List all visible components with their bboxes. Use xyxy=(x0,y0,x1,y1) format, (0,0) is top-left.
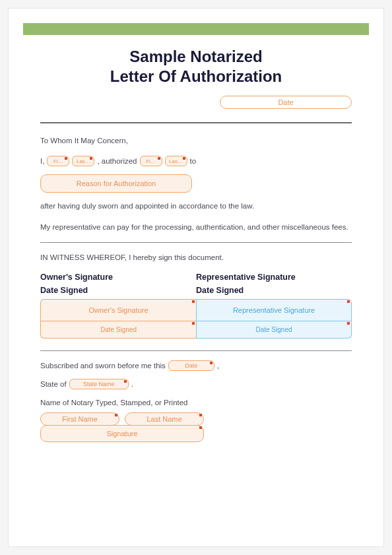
text-to: to xyxy=(190,157,197,165)
comma-1: , xyxy=(217,362,219,370)
rep-date-label: Date Signed xyxy=(255,326,292,333)
salutation: To Whom It May Concern, xyxy=(40,135,352,147)
divider-2 xyxy=(40,242,352,243)
date-row: Date xyxy=(40,96,352,109)
rep-pay-text: My representative can pay for the proces… xyxy=(40,222,352,233)
date-field[interactable]: Date xyxy=(220,96,352,109)
rep-first-name-field[interactable]: Fi… xyxy=(140,156,162,166)
owner-first-label: Fi… xyxy=(53,158,63,164)
sworn-date-field[interactable]: Date xyxy=(168,360,214,371)
owner-date-signed-field[interactable]: Date Signed xyxy=(40,321,196,339)
notary-signature-field[interactable]: Signature xyxy=(40,425,204,442)
notary-last-name-field[interactable]: Last Name xyxy=(125,412,204,426)
notary-first-label: First Name xyxy=(62,415,98,423)
subscribed-text: Subscribed and sworn before me this xyxy=(40,362,166,370)
page-title: Sample Notarized Letter Of Authorization xyxy=(40,47,352,86)
rep-last-name-field[interactable]: Las… xyxy=(165,156,187,166)
date-signed-headings: Date Signed Date Signed xyxy=(40,286,352,295)
text-i: I, xyxy=(40,157,44,165)
witness-text: IN WITNESS WHEREOF, I hereby sign this d… xyxy=(40,252,352,263)
rep-sig-label: Representative Signature xyxy=(233,306,315,314)
signature-headings: Owner's Signature Representative Signatu… xyxy=(40,273,352,282)
reason-field[interactable]: Reason for Authorization xyxy=(40,174,192,193)
rep-sig-heading: Representative Signature xyxy=(196,273,352,282)
owner-date-heading: Date Signed xyxy=(40,286,196,295)
state-of-text: State of xyxy=(40,380,67,388)
document-content: Sample Notarized Letter Of Authorization… xyxy=(9,35,383,442)
title-line-2: Letter Of Authorization xyxy=(110,67,282,85)
reason-label: Reason for Authorization xyxy=(77,180,156,187)
state-line: State of State Name . xyxy=(40,379,352,389)
sworn-date-label: Date xyxy=(185,362,197,369)
notary-name-row: First Name Last Name xyxy=(40,412,352,426)
notary-last-label: Last Name xyxy=(147,415,181,423)
title-line-1: Sample Notarized xyxy=(129,48,262,65)
notary-name-label: Name of Notary Typed, Stamped, or Printe… xyxy=(40,397,352,408)
rep-last-label: Las… xyxy=(169,158,183,164)
signature-grid: Owner's Signature Date Signed Representa… xyxy=(40,299,352,339)
date-field-label: Date xyxy=(278,98,293,106)
rep-signature-field[interactable]: Representative Signature xyxy=(196,299,352,321)
subscribed-line: Subscribed and sworn before me this Date… xyxy=(40,360,352,371)
document-page: Sample Notarized Letter Of Authorization… xyxy=(8,8,384,547)
text-authorized: , authorized xyxy=(97,157,137,165)
divider-1 xyxy=(40,122,352,123)
rep-sig-col: Representative Signature Date Signed xyxy=(196,299,352,339)
divider-3 xyxy=(40,350,352,351)
owner-sig-heading: Owner's Signature xyxy=(40,273,196,282)
owner-sig-col: Owner's Signature Date Signed xyxy=(40,299,196,339)
owner-date-label: Date Signed xyxy=(100,326,137,333)
owner-signature-field[interactable]: Owner's Signature xyxy=(40,299,196,321)
after-sworn-text: after having duly sworn and appointed in… xyxy=(40,201,352,212)
rep-date-heading: Date Signed xyxy=(196,286,352,295)
owner-sig-label: Owner's Signature xyxy=(88,306,148,314)
owner-first-name-field[interactable]: Fi… xyxy=(47,156,69,166)
header-bar xyxy=(23,23,369,35)
owner-last-name-field[interactable]: Las… xyxy=(72,156,94,166)
rep-first-label: Fi… xyxy=(146,158,156,164)
period-1: . xyxy=(131,380,133,388)
notary-first-name-field[interactable]: First Name xyxy=(40,412,119,426)
state-field[interactable]: State Name xyxy=(69,379,129,389)
notary-sig-label: Signature xyxy=(106,430,137,438)
owner-last-label: Las… xyxy=(77,158,90,164)
state-label: State Name xyxy=(83,381,115,387)
authorization-line: I, Fi… Las… , authorized Fi… Las… to xyxy=(40,156,352,166)
rep-date-signed-field[interactable]: Date Signed xyxy=(196,321,352,339)
